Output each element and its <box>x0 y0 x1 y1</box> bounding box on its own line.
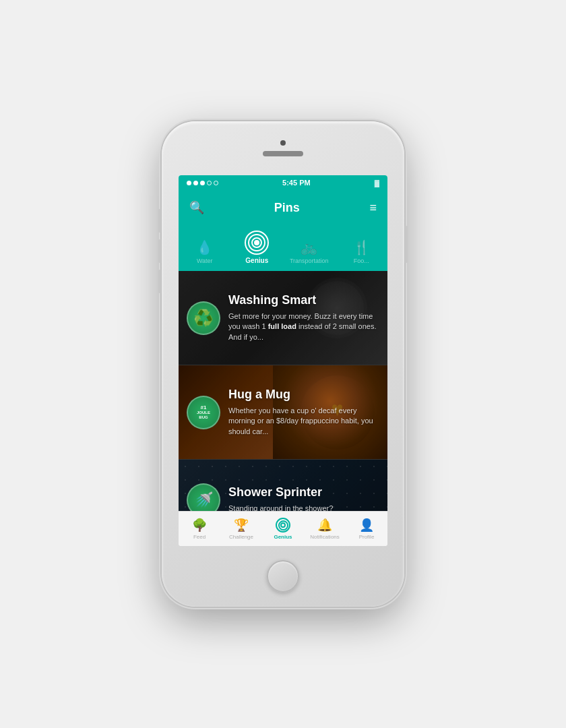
signal-dot-1 <box>187 181 191 185</box>
search-icon[interactable]: 🔍 <box>189 200 204 215</box>
card-1-badge: ♻️ <box>187 301 220 335</box>
camera-dot <box>280 140 286 146</box>
category-bar: 💧 Water Genius 🚲 Transportation <box>179 225 387 271</box>
shower-icon: 🚿 <box>195 491 213 509</box>
card-3-content: 🚿 Shower Sprinter Standing around in the… <box>179 460 387 511</box>
card-1-desc: Get more for your money. Buzz it every t… <box>228 311 379 342</box>
signal-dot-4 <box>207 181 212 185</box>
card-3-title: Shower Sprinter <box>228 485 379 499</box>
recycling-icon: ♻️ <box>193 309 214 328</box>
scene: 5:45 PM ▓ 🔍 Pins ≡ 💧 Water <box>0 0 566 728</box>
nav-genius[interactable]: Genius <box>262 518 304 540</box>
card-3-desc: Standing around in the shower? <box>228 504 379 511</box>
nav-profile[interactable]: 👤 Profile <box>346 518 387 540</box>
water-label: Water <box>197 257 213 264</box>
notifications-icon: 🔔 <box>317 518 332 533</box>
card-hug-mug[interactable]: ♥ #1 JOULE BUG <box>179 365 387 460</box>
genius-tab-label: Genius <box>245 257 268 264</box>
category-transportation[interactable]: 🚲 Transportation <box>283 239 336 268</box>
signal-dot-2 <box>193 181 198 185</box>
card-3-text: Shower Sprinter Standing around in the s… <box>228 485 379 511</box>
speaker-grille <box>263 151 303 156</box>
transportation-icon: 🚲 <box>301 239 317 255</box>
challenge-label: Challenge <box>229 534 253 540</box>
card-1-text: Washing Smart Get more for your money. B… <box>228 293 379 342</box>
food-label: Foo... <box>354 257 369 264</box>
card-shower-sprinter[interactable]: 🚿 Shower Sprinter Standing around in the… <box>179 460 387 511</box>
card-2-text: Hug a Mug Whether you have a cup o' deca… <box>228 388 379 437</box>
category-water[interactable]: 💧 Water <box>179 239 231 268</box>
phone-bottom <box>162 546 404 607</box>
home-button[interactable] <box>267 560 299 593</box>
food-icon: 🍴 <box>353 239 370 255</box>
category-genius[interactable]: Genius <box>231 231 284 268</box>
profile-label: Profile <box>359 534 375 540</box>
signal-dot-5 <box>214 181 218 185</box>
transportation-label: Transportation <box>290 257 329 264</box>
profile-icon: 👤 <box>359 518 374 533</box>
card-2-title: Hug a Mug <box>228 388 379 402</box>
card-3-badge: 🚿 <box>187 483 220 512</box>
menu-icon[interactable]: ≡ <box>369 201 377 215</box>
status-time: 5:45 PM <box>282 179 311 187</box>
card-2-badge: #1 JOULE BUG <box>187 396 220 429</box>
signal-indicators <box>187 181 218 185</box>
signal-dot-3 <box>200 181 205 185</box>
card-washing-smart[interactable]: ♻️ Washing Smart Get more for your money… <box>179 271 387 365</box>
battery-indicator: ▓ <box>375 179 379 187</box>
nav-challenge[interactable]: 🏆 Challenge <box>220 518 262 540</box>
battery-icon: ▓ <box>375 179 379 187</box>
notifications-label: Notifications <box>310 534 340 540</box>
nav-notifications[interactable]: 🔔 Notifications <box>304 518 346 540</box>
card-2-desc: Whether you have a cup o' decaf every mo… <box>228 406 379 437</box>
header-title: Pins <box>274 201 300 215</box>
feed-icon: 🌳 <box>192 518 207 533</box>
phone-top <box>162 121 404 175</box>
category-food[interactable]: 🍴 Foo... <box>336 239 388 268</box>
genius-nav-label: Genius <box>274 534 292 540</box>
card-1-title: Washing Smart <box>228 293 379 307</box>
app-header: 🔍 Pins ≡ <box>179 190 387 225</box>
challenge-icon: 🏆 <box>234 518 249 533</box>
nav-feed[interactable]: 🌳 Feed <box>179 518 220 540</box>
water-icon: 💧 <box>196 239 213 255</box>
content-area: ♻️ Washing Smart Get more for your money… <box>179 271 387 511</box>
phone-shell: 5:45 PM ▓ 🔍 Pins ≡ 💧 Water <box>162 121 404 607</box>
bottom-nav: 🌳 Feed 🏆 Challenge Genius 🔔 <box>179 511 387 546</box>
feed-label: Feed <box>193 534 206 540</box>
card-2-content: #1 JOULE BUG Hug a Mug Whether you have … <box>179 365 387 459</box>
status-bar: 5:45 PM ▓ <box>179 175 387 190</box>
card-1-content: ♻️ Washing Smart Get more for your money… <box>179 271 387 365</box>
phone-screen: 5:45 PM ▓ 🔍 Pins ≡ 💧 Water <box>179 175 387 546</box>
